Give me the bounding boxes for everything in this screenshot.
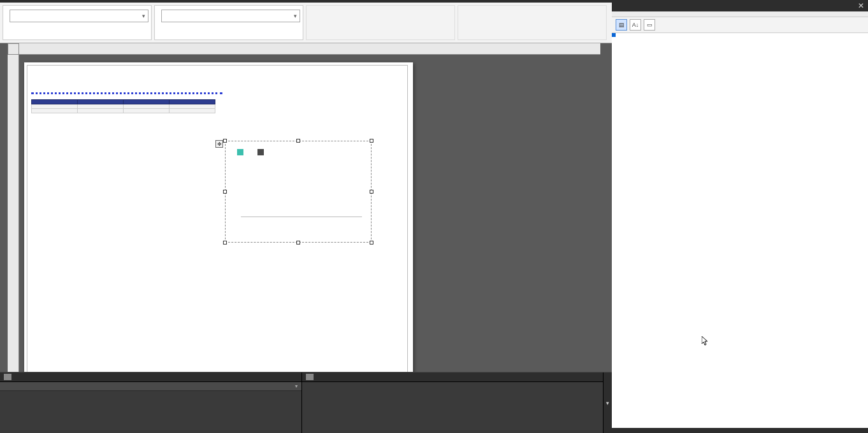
move-handle-icon[interactable]: ✥ (215, 140, 223, 148)
row-group-item[interactable]: ▾ (0, 382, 301, 391)
legend-item-1 (237, 149, 246, 155)
sales-table[interactable] (31, 99, 215, 113)
param-product-input[interactable]: ▾ (161, 10, 300, 22)
row-groups-header[interactable] (0, 373, 301, 382)
td-r2c4[interactable] (170, 109, 215, 113)
resize-handle[interactable] (296, 241, 300, 245)
resize-handle[interactable] (370, 190, 373, 194)
dropdown-icon: ▾ (294, 13, 297, 19)
td-r2c2[interactable] (78, 109, 124, 113)
param-year-input[interactable]: ▾ (10, 10, 148, 22)
dotted-separator (31, 92, 222, 94)
dropdown-icon: ▾ (142, 13, 145, 19)
alpha-sort-button[interactable]: A↓ (630, 19, 641, 31)
property-description (612, 428, 868, 433)
td-r2c3[interactable] (124, 109, 170, 113)
legend-item-2 (257, 149, 266, 155)
td-r2c1[interactable] (32, 109, 78, 113)
selected-object-name[interactable] (612, 11, 868, 17)
param-empty-2[interactable] (458, 5, 607, 40)
resize-handle[interactable] (370, 241, 373, 245)
th-orderdate[interactable] (78, 100, 124, 104)
groups-icon (4, 374, 11, 380)
resize-handle[interactable] (223, 190, 227, 194)
ruler-horizontal (19, 43, 600, 55)
chart-plot-area[interactable] (241, 159, 362, 216)
resize-handle[interactable] (223, 139, 227, 143)
design-canvas[interactable]: ✥ (0, 43, 612, 372)
close-icon[interactable]: ✕ (858, 1, 864, 10)
newsletter-body[interactable] (31, 76, 403, 87)
resize-handle[interactable] (223, 241, 227, 245)
chart-object[interactable]: ✥ (225, 141, 372, 243)
properties-grid[interactable] (612, 33, 868, 428)
resize-handle[interactable] (296, 139, 300, 143)
param-empty-1[interactable] (306, 5, 455, 40)
param-year-cell: ▾ (3, 5, 152, 40)
resize-handle[interactable] (370, 139, 373, 143)
column-groups-menu-button[interactable]: ▾ (603, 373, 612, 433)
categorized-view-button[interactable]: ▤ (616, 19, 627, 31)
ruler-vertical (8, 55, 19, 372)
report-page[interactable]: ✥ (24, 62, 413, 372)
ruler-corner (8, 43, 19, 55)
param-product-cell: ▾ (154, 5, 303, 40)
properties-toolbar: ▤ A↓ ▭ (612, 17, 868, 33)
td-r1c4[interactable] (170, 104, 215, 109)
chart-legend[interactable] (237, 149, 366, 155)
th-product[interactable] (32, 100, 78, 104)
properties-header: ✕ (612, 0, 868, 11)
groups-icon (306, 374, 314, 380)
groups-panel: ▾ ▾ (0, 372, 612, 433)
highlight-box (612, 33, 616, 37)
td-r1c3[interactable] (124, 104, 170, 109)
td-r1c1[interactable] (32, 104, 78, 109)
parameters-bar: ▾ ▾ (0, 3, 612, 43)
dropdown-icon[interactable]: ▾ (295, 383, 298, 389)
th-sales[interactable] (170, 100, 215, 104)
th-quantity[interactable] (124, 100, 170, 104)
td-r1c2[interactable] (78, 104, 124, 109)
chart-x-axis (241, 216, 362, 217)
legend-swatch-2 (257, 149, 264, 155)
column-groups-header[interactable] (302, 373, 604, 382)
property-pages-button[interactable]: ▭ (644, 19, 655, 31)
legend-swatch-1 (237, 149, 243, 155)
